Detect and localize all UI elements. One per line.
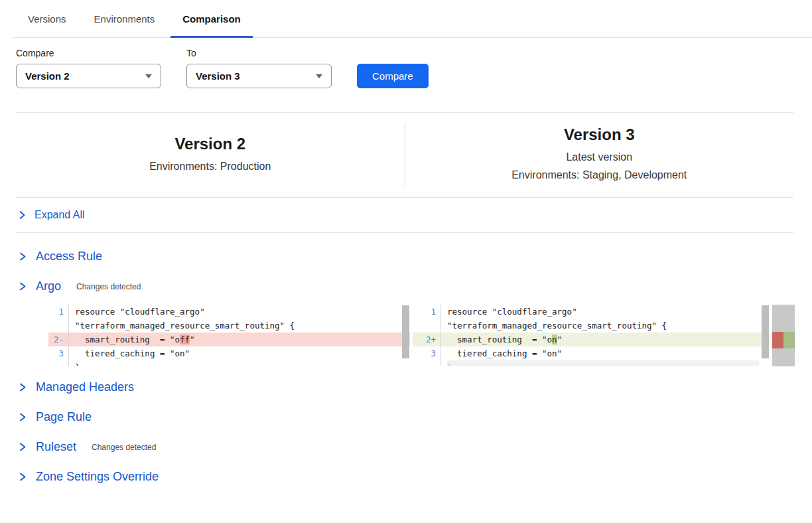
scrollbar-thumb[interactable] (762, 305, 769, 358)
argo-diff-viewer: 1resource "cloudflare_argo""terraform_ma… (48, 305, 795, 366)
compare-to-label: To (186, 48, 332, 58)
line-number (48, 360, 68, 366)
diff-left-scrollbar[interactable] (401, 305, 410, 366)
section-page-rule[interactable]: Page Rule (19, 410, 812, 424)
line-number (48, 319, 68, 333)
chevron-right-icon (19, 210, 26, 220)
code-text: } (68, 360, 410, 366)
chevron-right-icon (19, 382, 27, 392)
code-text: smart_routing = "on" (440, 333, 770, 346)
changes-detected-badge: Changes detected (76, 282, 141, 291)
diff-overview-ruler[interactable] (772, 305, 795, 366)
version-right-subtitle: Latest version (405, 149, 794, 167)
diff-line: 3 tiered_caching = "on" (48, 346, 410, 360)
expand-all-button[interactable]: Expand All (0, 198, 812, 232)
line-number: 1 (48, 305, 68, 319)
tab-comparison[interactable]: Comparison (181, 0, 242, 37)
caret-down-icon (316, 74, 322, 78)
version-right-title: Version 3 (405, 125, 794, 144)
line-number (413, 319, 440, 333)
version-comparison-header: Version 2 Environments: Production Versi… (0, 113, 812, 197)
diff-left-code: 1resource "cloudflare_argo""terraform_ma… (48, 305, 410, 366)
line-number: 3 (413, 346, 440, 360)
scrollbar-thumb[interactable] (402, 305, 409, 358)
diff-line: "terraform_managed_resource_smart_routin… (413, 319, 770, 333)
version-left-environments: Environments: Production (16, 158, 405, 176)
line-number: 1 (413, 305, 440, 319)
tab-versions[interactable]: Versions (27, 0, 68, 37)
diff-line: "terraform_managed_resource_smart_routin… (48, 319, 410, 333)
section-title: Argo (36, 279, 61, 293)
diff-panel-right: 1resource "cloudflare_argo""terraform_ma… (413, 305, 770, 366)
changes-detected-badge: Changes detected (92, 443, 156, 452)
diff-line: 3 tiered_caching = "on" (413, 346, 770, 360)
section-title: Access Rule (36, 250, 102, 263)
version-left-title: Version 2 (16, 135, 405, 153)
caret-down-icon (145, 74, 152, 78)
section-title: Ruleset (36, 440, 76, 454)
line-number: 3 (48, 346, 68, 360)
section-ruleset[interactable]: Ruleset Changes detected (19, 440, 812, 454)
tab-label: Environments (94, 13, 155, 25)
diff-right-scrollbar[interactable] (761, 305, 770, 366)
diff-panel-left: 1resource "cloudflare_argo""terraform_ma… (48, 305, 410, 366)
tab-label: Versions (28, 13, 66, 25)
tab-label: Comparison (182, 13, 241, 25)
version-right-column: Version 3 Latest version Environments: S… (405, 125, 794, 185)
section-access-rule[interactable]: Access Rule (19, 250, 812, 263)
chevron-right-icon (19, 412, 27, 422)
resource-sections: Access Rule Argo Changes detected 1resou… (0, 233, 812, 484)
active-tab-underline (170, 36, 253, 38)
diff-right-horizontal-scrollbar[interactable] (447, 360, 759, 366)
line-number (413, 360, 440, 366)
section-title: Page Rule (36, 410, 92, 424)
compare-to-select[interactable]: Version 3 (186, 64, 332, 88)
compare-form: Compare Version 2 To Version 3 Compare (0, 38, 812, 88)
chevron-right-icon (19, 472, 27, 482)
chevron-right-icon (19, 281, 27, 291)
version-right-environments: Environments: Staging, Development (405, 167, 794, 185)
chevron-right-icon (19, 442, 27, 452)
compare-to-value: Version 3 (196, 70, 240, 82)
compare-from-field: Compare Version 2 (16, 48, 161, 88)
code-text: smart_routing = "off" (68, 333, 410, 346)
section-managed-headers[interactable]: Managed Headers (19, 380, 812, 394)
compare-from-value: Version 2 (25, 70, 70, 82)
section-argo[interactable]: Argo Changes detected (19, 279, 812, 293)
section-zone-settings-override[interactable]: Zone Settings Override (19, 470, 812, 484)
overview-added-mark (783, 332, 795, 348)
code-text: tiered_caching = "on" (68, 346, 410, 360)
code-text: "terraform_managed_resource_smart_routin… (68, 319, 410, 333)
chevron-right-icon (19, 252, 27, 262)
compare-from-label: Compare (16, 48, 161, 58)
code-text: resource "cloudflare_argo" (440, 305, 770, 319)
version-left-column: Version 2 Environments: Production (16, 135, 405, 176)
code-text: "terraform_managed_resource_smart_routin… (440, 319, 770, 333)
compare-from-select[interactable]: Version 2 (16, 64, 161, 88)
compare-button[interactable]: Compare (357, 64, 429, 88)
diff-line: 1resource "cloudflare_argo" (413, 305, 770, 319)
diff-right-code: 1resource "cloudflare_argo""terraform_ma… (413, 305, 770, 366)
section-title: Zone Settings Override (36, 470, 159, 484)
code-text: tiered_caching = "on" (440, 346, 770, 360)
diff-line: 2- smart_routing = "off" (48, 333, 410, 346)
expand-all-label: Expand All (34, 209, 85, 221)
compare-to-field: To Version 3 (186, 48, 332, 88)
overview-removed-mark (772, 332, 783, 348)
diff-line: 1resource "cloudflare_argo" (48, 305, 410, 319)
line-number: 2+ (413, 333, 440, 346)
diff-line: } (48, 360, 410, 366)
diff-line: 2+ smart_routing = "on" (413, 333, 770, 346)
line-number: 2- (48, 333, 68, 346)
code-text: resource "cloudflare_argo" (68, 305, 410, 319)
tab-bar: Versions Environments Comparison (13, 0, 812, 38)
section-title: Managed Headers (36, 380, 134, 394)
tab-environments[interactable]: Environments (93, 0, 157, 37)
